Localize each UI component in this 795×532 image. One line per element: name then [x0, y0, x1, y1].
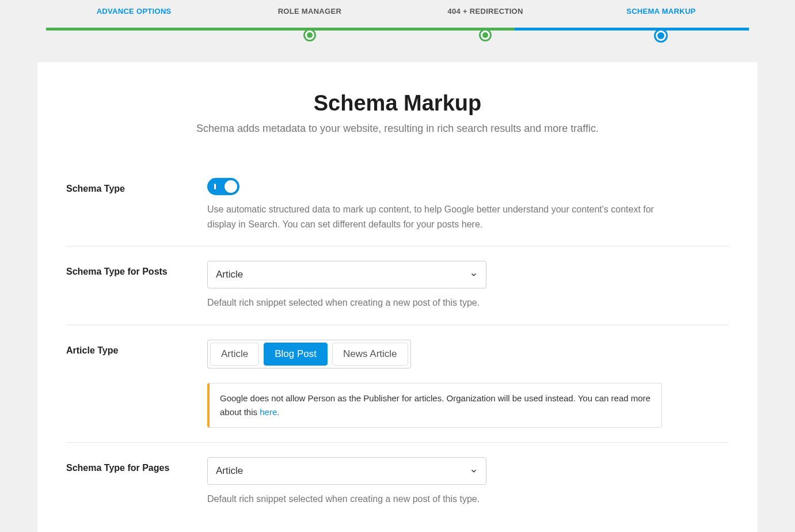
setting-article-type: Article Type Article Blog Post News Arti…: [66, 325, 729, 442]
schema-type-pages-select[interactable]: Article: [207, 457, 486, 485]
article-type-option-news-article[interactable]: News Article: [332, 343, 408, 366]
chevron-down-icon: [470, 467, 478, 475]
alert-text: Google does not allow Person as the Publ…: [220, 393, 651, 417]
article-type-option-article[interactable]: Article: [210, 343, 259, 366]
setting-label: Article Type: [66, 340, 207, 428]
stepper-track: [46, 28, 749, 31]
page-title: Schema Markup: [37, 91, 758, 116]
page-subtitle: Schema adds metadata to your website, re…: [37, 123, 758, 135]
article-type-button-group: Article Blog Post News Article: [207, 340, 411, 368]
setting-label: Schema Type: [66, 178, 207, 231]
step-dot-current-icon: [654, 29, 668, 43]
step-404-redirection[interactable]: 404 + REDIRECTION: [398, 6, 573, 16]
setting-schema-type: Schema Type Use automatic structured dat…: [66, 164, 729, 246]
step-schema-markup[interactable]: SCHEMA MARKUP: [573, 6, 749, 16]
select-value: Article: [216, 269, 243, 280]
article-type-option-blog-post[interactable]: Blog Post: [264, 343, 328, 366]
step-dot-icon: [479, 29, 492, 41]
step-advance-options[interactable]: ADVANCE OPTIONS: [46, 6, 222, 16]
helper-text: Use automatic structured data to mark up…: [207, 202, 679, 231]
setting-label: Schema Type for Pages: [66, 457, 207, 507]
schema-type-posts-select[interactable]: Article: [207, 261, 486, 288]
helper-text: Default rich snippet selected when creat…: [207, 295, 679, 310]
chevron-down-icon: [470, 271, 478, 279]
helper-text: Default rich snippet selected when creat…: [207, 492, 679, 507]
setting-schema-type-posts: Schema Type for Posts Article Default ri…: [66, 246, 729, 325]
step-role-manager[interactable]: ROLE MANAGER: [222, 6, 397, 16]
setting-schema-type-pages: Schema Type for Pages Article Default ri…: [66, 442, 729, 521]
article-type-alert: Google does not allow Person as the Publ…: [207, 383, 662, 428]
step-dot-icon: [303, 29, 316, 41]
select-value: Article: [216, 465, 243, 477]
schema-type-toggle[interactable]: [207, 178, 239, 195]
wizard-stepper: ADVANCE OPTIONS ROLE MANAGER 404 + REDIR…: [0, 0, 795, 33]
setting-label: Schema Type for Posts: [66, 261, 207, 310]
alert-link-here[interactable]: here: [260, 407, 277, 417]
settings-panel: Schema Markup Schema adds metadata to yo…: [37, 62, 758, 532]
